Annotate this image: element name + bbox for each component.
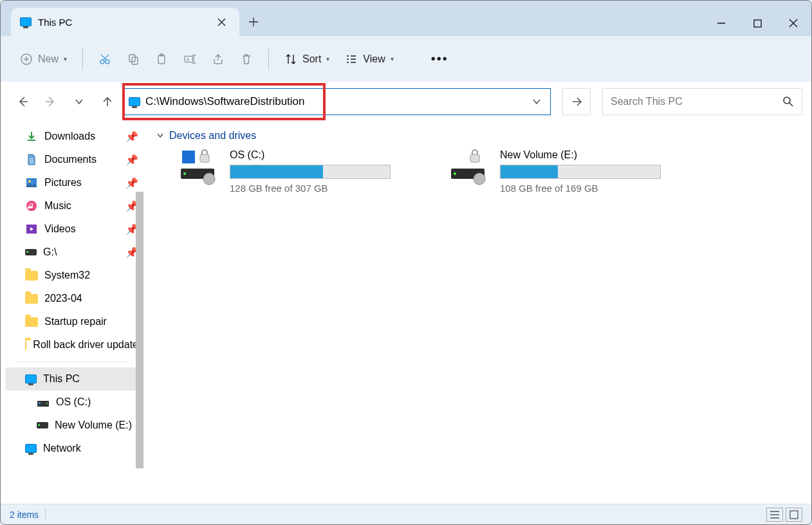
scissors-icon: [98, 53, 111, 66]
search-input[interactable]: [611, 96, 782, 107]
new-tab-button[interactable]: [239, 8, 268, 36]
new-button[interactable]: New ▾: [14, 46, 73, 72]
sidebar-item-label: Pictures: [44, 177, 82, 189]
chevron-down-icon: [75, 97, 84, 106]
search-box[interactable]: [602, 88, 802, 115]
view-button[interactable]: View ▾: [338, 46, 400, 72]
sidebar-item-os-c[interactable]: OS (C:): [1, 391, 143, 414]
pin-icon: 📌: [125, 177, 138, 189]
svg-rect-30: [470, 154, 479, 162]
view-icon: [345, 53, 358, 66]
sidebar-item-new-volume-e[interactable]: New Volume (E:): [1, 414, 143, 437]
cut-button[interactable]: [92, 46, 118, 72]
rename-icon: A: [183, 53, 196, 66]
more-button[interactable]: •••: [425, 46, 455, 72]
svg-rect-16: [39, 402, 41, 404]
tab-close-button[interactable]: [212, 13, 230, 31]
this-pc-icon: [25, 374, 37, 383]
minimize-button[interactable]: [703, 10, 739, 36]
sidebar-item-label: Documents: [44, 154, 97, 165]
copy-icon: [127, 53, 140, 66]
details-view-button[interactable]: [766, 508, 783, 522]
sidebar-item-label: 2023-04: [44, 293, 82, 304]
folder-icon: [25, 340, 26, 350]
copy-button[interactable]: [120, 46, 146, 72]
pictures-icon: [25, 176, 38, 189]
scrollbar-thumb[interactable]: [136, 192, 143, 468]
section-label: Devices and drives: [169, 130, 256, 142]
svg-point-3: [106, 60, 109, 64]
sidebar-item-system32[interactable]: System32: [1, 264, 143, 287]
go-button[interactable]: [562, 88, 591, 115]
svg-rect-0: [754, 20, 761, 27]
large-icons-view-button[interactable]: [786, 508, 802, 522]
sidebar-item-label: G:\: [43, 246, 57, 258]
recent-locations-button[interactable]: [66, 89, 92, 115]
sort-button[interactable]: Sort ▾: [278, 46, 336, 72]
sidebar-item-downloads[interactable]: Downloads📌: [1, 125, 143, 148]
svg-rect-19: [182, 151, 188, 156]
search-icon: [782, 96, 794, 107]
status-bar: 2 items: [1, 504, 811, 524]
delete-button[interactable]: [234, 46, 259, 72]
videos-icon: [25, 223, 38, 235]
drive-item[interactable]: New Volume (E:) 108 GB free of 169 GB: [450, 149, 681, 194]
close-icon: [217, 18, 226, 26]
chevron-down-icon: [156, 132, 164, 140]
trash-icon: [240, 53, 253, 66]
path-input[interactable]: [145, 92, 319, 111]
document-icon: [25, 153, 38, 166]
chevron-down-icon: ▾: [391, 55, 394, 62]
svg-text:A: A: [187, 56, 190, 62]
paste-button[interactable]: [149, 46, 174, 72]
rename-button[interactable]: A: [177, 46, 203, 72]
paste-icon: [155, 53, 168, 66]
arrow-left-icon: [16, 95, 29, 108]
drive-item[interactable]: OS (C:) 128 GB free of 307 GB: [180, 149, 411, 194]
forward-button[interactable]: [38, 89, 64, 115]
drive-free-text: 128 GB free of 307 GB: [230, 183, 411, 194]
list-icon: [770, 510, 780, 519]
svg-point-17: [46, 403, 48, 404]
sidebar-item-videos[interactable]: Videos📌: [1, 217, 143, 241]
sidebar-item-startup-repair[interactable]: Startup repair: [1, 310, 143, 333]
sidebar-item-label: Downloads: [44, 131, 95, 142]
sidebar-item-this-pc[interactable]: This PC: [6, 367, 138, 391]
sort-label: Sort: [302, 53, 321, 65]
more-icon: •••: [431, 51, 448, 66]
command-toolbar: New ▾ A Sort ▾ View ▾ •••: [1, 36, 811, 82]
address-bar[interactable]: [123, 88, 551, 115]
section-devices-and-drives[interactable]: Devices and drives: [150, 130, 805, 142]
svg-rect-22: [189, 158, 195, 163]
sidebar-item-rollback[interactable]: Roll back driver update: [1, 333, 143, 356]
svg-rect-31: [790, 511, 798, 519]
sidebar-item-label: OS (C:): [56, 396, 91, 408]
chevron-down-icon: ▾: [64, 55, 67, 62]
network-icon: [25, 444, 37, 453]
share-button[interactable]: [205, 46, 231, 72]
address-history-button[interactable]: [523, 97, 550, 106]
window-close-button[interactable]: [775, 10, 811, 36]
drive-usage-bar: [500, 165, 661, 179]
svg-rect-26: [200, 154, 209, 162]
status-items-count: 2 items: [10, 510, 39, 520]
up-button[interactable]: [95, 89, 120, 115]
new-icon: [20, 53, 33, 66]
maximize-icon: [753, 19, 762, 28]
sidebar-item-g-drive[interactable]: G:\📌: [1, 241, 143, 264]
tab-this-pc[interactable]: This PC: [11, 8, 239, 36]
svg-point-13: [26, 201, 37, 211]
sidebar-item-documents[interactable]: Documents📌: [1, 148, 143, 171]
sidebar-item-label: Videos: [44, 223, 76, 235]
drive-label: New Volume (E:): [500, 149, 681, 161]
back-button[interactable]: [10, 89, 35, 115]
svg-point-28: [454, 172, 456, 175]
sidebar-item-2023-04[interactable]: 2023-04: [1, 287, 143, 310]
svg-point-2: [100, 60, 104, 64]
chevron-down-icon: [532, 97, 541, 106]
svg-point-25: [203, 173, 215, 185]
sidebar-item-network[interactable]: Network: [1, 437, 143, 460]
sidebar-item-pictures[interactable]: Pictures📌: [1, 171, 143, 194]
sidebar-item-music[interactable]: Music📌: [1, 194, 143, 217]
maximize-button[interactable]: [739, 10, 775, 36]
